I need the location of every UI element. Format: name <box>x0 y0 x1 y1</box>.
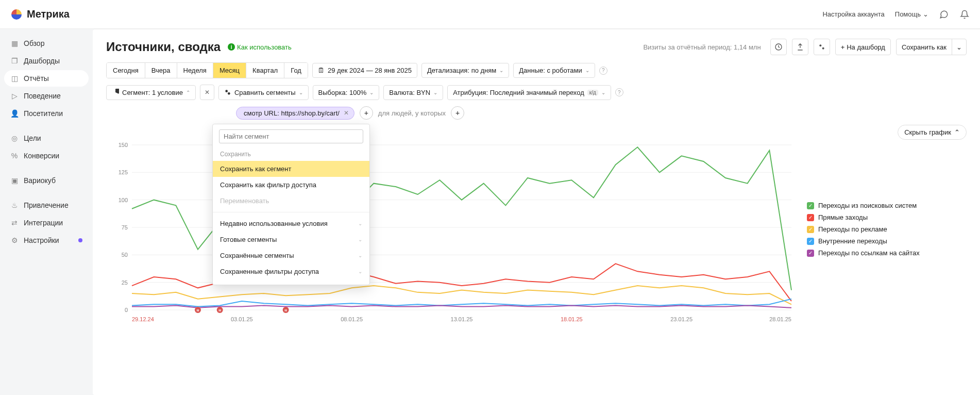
legend-swatch: ✓ <box>807 214 814 221</box>
help-menu[interactable]: Помощь⌄ <box>895 10 928 18</box>
help-icon[interactable]: ? <box>599 67 607 75</box>
brand-logo[interactable]: Метрика <box>10 8 70 21</box>
sidebar-item-goals[interactable]: ◎Цели <box>4 130 89 146</box>
svg-text:28.01.25: 28.01.25 <box>769 316 791 322</box>
svg-text:13.01.25: 13.01.25 <box>451 316 473 322</box>
help-link[interactable]: iКак использовать <box>228 43 292 51</box>
svg-point-2 <box>822 47 824 50</box>
sidebar-item-acquisition[interactable]: ♨Привлечение <box>4 197 89 213</box>
period-month[interactable]: Месяц <box>213 63 246 78</box>
help-icon[interactable]: ? <box>615 88 623 96</box>
play-icon: ▷ <box>10 92 19 100</box>
svg-text:03.01.25: 03.01.25 <box>231 316 253 322</box>
chevron-down-icon: ⌄ <box>923 10 928 18</box>
legend-item[interactable]: ✓Переходы по рекламе <box>807 225 920 233</box>
calendar-icon: 🗓 <box>318 67 325 74</box>
dd-save-as-segment[interactable]: Сохранить как сегмент <box>213 161 369 177</box>
svg-text:150: 150 <box>119 142 128 148</box>
sidebar-item-variocub[interactable]: ▣Вариокуб <box>4 172 89 189</box>
attribution-select[interactable]: Атрибуция: Последний значимый переходк/д… <box>447 85 611 100</box>
date-range-button[interactable]: 🗓29 дек 2024 — 28 янв 2025 <box>312 63 417 78</box>
notification-dot <box>78 238 82 242</box>
segment-search-input[interactable] <box>219 129 363 143</box>
target-icon: ◎ <box>10 134 19 142</box>
svg-text:100: 100 <box>119 197 128 203</box>
dd-save-as-filter[interactable]: Сохранить как фильтр доступа <box>213 177 369 193</box>
sidebar-item-visitors[interactable]: 👤Посетители <box>4 105 89 122</box>
plug-icon: ⇄ <box>10 219 19 227</box>
bell-icon[interactable] <box>959 9 970 20</box>
chevron-down-icon: ⌄ <box>358 221 362 226</box>
dd-save-heading: Сохранить <box>213 147 369 161</box>
sidebar-item-conversions[interactable]: %Конверсии <box>4 147 89 164</box>
currency-select[interactable]: Валюта: BYN⌄ <box>383 85 443 100</box>
data-select[interactable]: Данные: с роботами⌄ <box>513 63 595 78</box>
copy-icon: ❐ <box>10 57 19 65</box>
percent-icon: % <box>10 152 19 160</box>
chevron-down-icon[interactable]: ⌄ <box>952 39 966 55</box>
chevron-down-icon: ⌄ <box>433 90 437 95</box>
dd-rename: Переименовать <box>213 193 369 209</box>
chat-icon[interactable] <box>939 9 949 20</box>
compare-button[interactable] <box>814 39 830 55</box>
dd-group-ready[interactable]: Готовые сегменты⌄ <box>213 232 369 248</box>
save-as-button[interactable]: Сохранить как⌄ <box>896 39 967 55</box>
svg-text:н: н <box>197 308 199 312</box>
legend-swatch: ✓ <box>807 238 814 245</box>
svg-text:75: 75 <box>122 224 128 231</box>
sidebar-item-overview[interactable]: ▦Обзор <box>4 35 89 52</box>
svg-point-4 <box>228 92 230 95</box>
svg-text:50: 50 <box>122 252 128 258</box>
clear-segment-button[interactable]: ✕ <box>200 85 214 100</box>
sidebar-item-settings[interactable]: ⚙Настройки <box>4 232 89 249</box>
to-dashboard-button[interactable]: +На дашборд <box>835 39 891 55</box>
legend-item[interactable]: ✓Внутренние переходы <box>807 237 920 245</box>
svg-point-3 <box>225 90 228 92</box>
gear-icon: ⚙ <box>10 236 19 244</box>
export-button[interactable] <box>792 39 808 55</box>
sidebar-item-dashboards[interactable]: ❐Дашборды <box>4 53 89 69</box>
add-condition-button[interactable]: + <box>360 106 373 120</box>
dd-group-saved[interactable]: Сохранённые сегменты⌄ <box>213 248 369 264</box>
chevron-down-icon: ⌄ <box>585 68 589 73</box>
grid-icon: ▦ <box>10 39 19 47</box>
hide-chart-button[interactable]: Скрыть график⌃ <box>898 125 967 140</box>
chart-legend: ✓Переходы из поисковых систем✓Прямые зах… <box>807 140 920 257</box>
filter-chip[interactable]: смотр URL: https://shop.by/cart/ ✕ <box>236 107 354 120</box>
chevron-down-icon: ⌄ <box>499 68 503 73</box>
period-year[interactable]: Год <box>284 63 308 78</box>
detail-select[interactable]: Детализация: по дням⌄ <box>421 63 509 78</box>
info-icon: i <box>228 43 235 51</box>
dd-group-filters[interactable]: Сохраненные фильтры доступа⌄ <box>213 264 369 279</box>
compare-segments-button[interactable]: Сравнить сегменты⌄ <box>218 85 309 100</box>
chevron-up-icon: ⌃ <box>186 90 190 95</box>
add-condition-button-2[interactable]: + <box>451 106 464 120</box>
svg-text:08.01.25: 08.01.25 <box>341 316 363 322</box>
svg-text:н: н <box>284 308 287 312</box>
account-settings-link[interactable]: Настройка аккаунта <box>822 10 884 18</box>
period-quarter[interactable]: Квартал <box>246 63 284 78</box>
chip-remove-icon[interactable]: ✕ <box>344 109 349 117</box>
brand-name: Метрика <box>27 8 70 20</box>
period-today[interactable]: Сегодня <box>107 63 145 78</box>
svg-text:18.01.25: 18.01.25 <box>561 316 583 322</box>
cube-icon: ▣ <box>10 176 19 185</box>
period-yesterday[interactable]: Вчера <box>145 63 177 78</box>
sidebar-item-behavior[interactable]: ▷Поведение <box>4 88 89 104</box>
svg-text:н: н <box>218 308 221 312</box>
refresh-button[interactable] <box>770 39 787 55</box>
sidebar-item-integrations[interactable]: ⇄Интеграции <box>4 215 89 231</box>
legend-item[interactable]: ✓Прямые заходы <box>807 213 920 221</box>
sample-select[interactable]: Выборка: 100%⌄ <box>313 85 380 100</box>
legend-item[interactable]: ✓Переходы из поисковых систем <box>807 202 920 209</box>
plus-icon: + <box>841 43 845 51</box>
legend-item[interactable]: ✓Переходы по ссылкам на сайтах <box>807 249 920 257</box>
period-week[interactable]: Неделя <box>177 63 213 78</box>
legend-swatch: ✓ <box>807 202 814 209</box>
pie-icon <box>112 89 119 96</box>
dd-group-recent[interactable]: Недавно использованные условия⌄ <box>213 216 369 232</box>
brand-logo-icon <box>10 8 23 21</box>
page-title: Источники, сводка <box>106 40 221 54</box>
sidebar-item-reports[interactable]: ◫Отчёты <box>4 70 89 87</box>
segment-button[interactable]: Сегмент: 1 условие ⌃ <box>106 85 196 100</box>
